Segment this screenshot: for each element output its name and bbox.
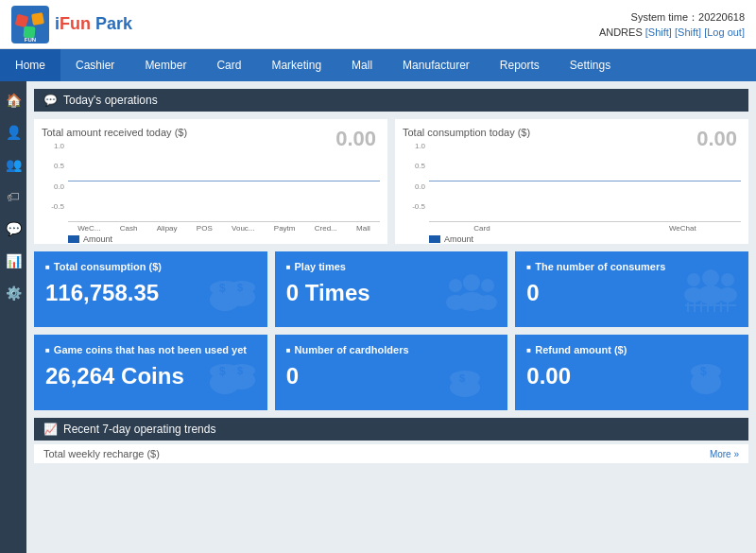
- stat-total-consumption: Total consumption ($) 116,758.35 $ $: [34, 251, 267, 327]
- weekly-recharge-label: Total weekly recharge ($): [43, 448, 160, 459]
- svg-rect-23: [687, 302, 689, 312]
- stat-game-coins: Game coins that has not been used yet 26…: [34, 335, 267, 410]
- logo-text: iFun Park: [55, 14, 132, 34]
- stat-play-times: Play times 0 Times: [275, 251, 508, 327]
- nav-mall[interactable]: Mall: [336, 49, 387, 81]
- stat-cardholders: Number of cardholders 0 $: [275, 335, 508, 410]
- svg-rect-30: [685, 304, 736, 306]
- chart-left-title: Total amount received today ($): [42, 127, 380, 138]
- logo-icon: FUN: [11, 6, 49, 43]
- content: 💬 Today's operations Total amount receiv…: [26, 81, 756, 553]
- svg-point-14: [446, 295, 465, 310]
- todays-operations-header: 💬 Today's operations: [34, 89, 748, 112]
- username: ANDRES: [599, 26, 643, 38]
- nav-manufacturer[interactable]: Manufacturer: [387, 49, 485, 81]
- svg-point-11: [463, 274, 480, 291]
- chart-right-legend: Amount: [444, 234, 473, 244]
- system-time: System time：20220618: [599, 10, 745, 25]
- svg-point-19: [702, 269, 719, 286]
- stats-row-1: Total consumption ($) 116,758.35 $ $ Pla…: [34, 251, 748, 327]
- svg-text:FUN: FUN: [25, 37, 36, 43]
- svg-text:$: $: [237, 365, 243, 376]
- stat-play-times-icon: [446, 271, 498, 322]
- trends-row: Total weekly recharge ($) More »: [34, 444, 748, 463]
- nav-marketing[interactable]: Marketing: [256, 49, 336, 81]
- sidebar-chart-icon[interactable]: 📊: [2, 250, 26, 272]
- main-nav: Home Cashier Member Card Marketing Mall …: [0, 49, 756, 81]
- svg-point-13: [449, 279, 462, 292]
- nav-cashier[interactable]: Cashier: [60, 49, 129, 81]
- sidebar-chat-icon[interactable]: 💬: [2, 217, 26, 240]
- svg-rect-29: [727, 302, 729, 312]
- stat-consumers: The number of consumers 0: [515, 251, 748, 327]
- nav-member[interactable]: Member: [129, 49, 201, 81]
- svg-point-21: [721, 273, 734, 286]
- svg-text:$: $: [237, 282, 243, 293]
- svg-point-22: [718, 287, 737, 302]
- svg-text:$: $: [459, 372, 465, 384]
- svg-rect-24: [694, 302, 696, 312]
- trends-more-link[interactable]: More »: [710, 449, 739, 459]
- sidebar-tag-icon[interactable]: 🏷: [3, 185, 24, 208]
- chat-icon: 💬: [43, 94, 58, 107]
- sidebar-user-icon[interactable]: 👤: [2, 121, 26, 144]
- shift-link[interactable]: [Shift]: [675, 26, 701, 38]
- stat-refund: Refund amount ($) 0.00 $: [515, 335, 748, 410]
- nav-home[interactable]: Home: [0, 49, 60, 81]
- svg-text:$: $: [700, 365, 707, 378]
- trends-section-header: 📈 Recent 7-day operating trends: [34, 418, 748, 441]
- stat-cardholders-label: Number of cardholders: [286, 344, 497, 355]
- logout-link[interactable]: [Log out]: [704, 26, 745, 38]
- header: FUN iFun Park System time：20220618 ANDRE…: [0, 0, 756, 49]
- chart-left: Total amount received today ($) 0.00 1.0…: [34, 119, 387, 244]
- nav-reports[interactable]: Reports: [485, 49, 555, 81]
- svg-text:$: $: [219, 282, 226, 295]
- shift-label[interactable]: [Shift]: [645, 26, 672, 38]
- sidebar: 🏠 👤 👥 🏷 💬 📊 ⚙️: [0, 81, 26, 553]
- main-layout: 🏠 👤 👥 🏷 💬 📊 ⚙️ 💬 Today's operations Tota…: [0, 81, 756, 553]
- trends-title: Recent 7-day operating trends: [63, 423, 215, 436]
- stat-consumers-icon: [682, 267, 739, 322]
- chart-right: Total consumption today ($) 0.00 1.0 0.5…: [395, 119, 748, 244]
- svg-point-15: [481, 279, 494, 292]
- stat-refund-icon: $: [687, 350, 739, 406]
- charts-row: Total amount received today ($) 0.00 1.0…: [34, 119, 748, 244]
- stat-game-coins-icon: $ $: [206, 350, 258, 406]
- sidebar-settings-icon[interactable]: ⚙️: [2, 282, 26, 304]
- nav-card[interactable]: Card: [201, 49, 256, 81]
- stat-total-consumption-icon: $ $: [206, 267, 258, 322]
- svg-rect-27: [713, 302, 715, 312]
- stat-cardholders-icon: $: [446, 359, 498, 406]
- trends-icon: 📈: [43, 423, 58, 436]
- chart-right-area: 1.0 0.5 0.0 -0.5 Card WeChat: [403, 142, 741, 236]
- svg-point-17: [687, 273, 700, 286]
- header-right: System time：20220618 ANDRES [Shift] [Shi…: [599, 10, 745, 38]
- stats-row-2: Game coins that has not been used yet 26…: [34, 335, 748, 410]
- svg-rect-2: [31, 12, 44, 26]
- logo: FUN iFun Park: [11, 6, 132, 43]
- svg-point-16: [478, 295, 497, 310]
- svg-rect-26: [707, 302, 709, 312]
- todays-operations-title: Today's operations: [63, 94, 158, 107]
- chart-right-title: Total consumption today ($): [403, 127, 741, 138]
- chart-left-legend: Amount: [83, 234, 112, 244]
- svg-rect-25: [700, 302, 702, 312]
- sidebar-users-icon[interactable]: 👥: [2, 153, 26, 176]
- user-info: ANDRES [Shift] [Shift] [Log out]: [599, 26, 745, 38]
- sidebar-home-icon[interactable]: 🏠: [2, 89, 26, 112]
- svg-text:$: $: [219, 365, 226, 378]
- svg-rect-28: [720, 302, 722, 312]
- nav-settings[interactable]: Settings: [555, 49, 626, 81]
- chart-left-area: 1.0 0.5 0.0 -0.5 WeC... Cash: [42, 142, 380, 236]
